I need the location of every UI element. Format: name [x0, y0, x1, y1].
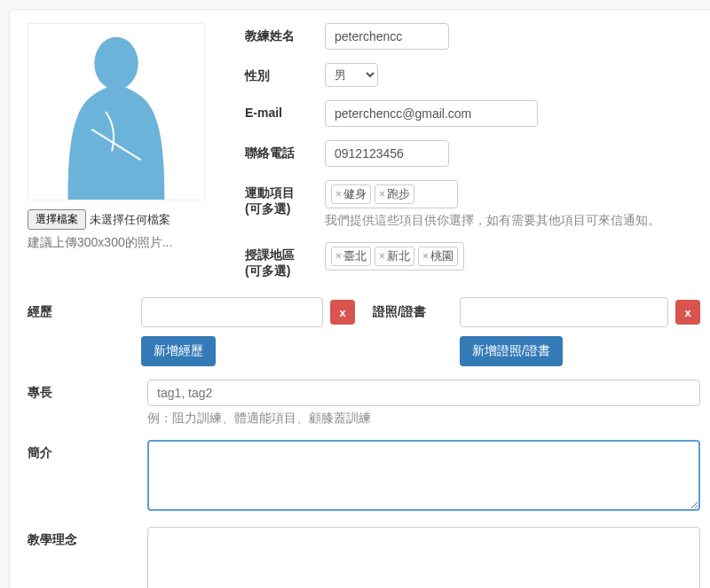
sport-tag: ×健身 — [331, 184, 371, 204]
gender-label: 性別 — [245, 63, 325, 84]
philosophy-row: 教學理念 — [28, 527, 700, 588]
experience-label: 經歷 — [28, 304, 134, 320]
area-tag: ×桃園 — [418, 247, 458, 266]
certs-label: 證照/證書 — [373, 304, 453, 320]
areas-label: 授課地區 (可多選) — [245, 242, 325, 279]
area-tag: ×臺北 — [331, 247, 371, 266]
experience-certs-section: 經歷 x 新增經歷 證照/證書 x 新增證照/證書 — [28, 297, 700, 366]
email-label: E-mail — [245, 100, 325, 120]
coach-profile-form: 選擇檔案 未選擇任何檔案 建議上傳300x300的照片... 教練姓名 性別 男 — [9, 9, 710, 588]
tag-remove-icon[interactable]: × — [379, 251, 385, 262]
specialty-hint: 例：阻力訓練、體適能項目、顧膝蓋訓練 — [147, 411, 700, 427]
sport-tag: ×跑步 — [375, 184, 414, 204]
file-status-text: 未選擇任何檔案 — [90, 212, 170, 228]
choose-file-button[interactable]: 選擇檔案 — [28, 209, 86, 230]
name-input[interactable] — [325, 23, 449, 50]
email-input[interactable] — [325, 100, 538, 127]
photo-column: 選擇檔案 未選擇任何檔案 建議上傳300x300的照片... — [28, 23, 218, 293]
experience-column: 經歷 x 新增經歷 — [28, 297, 355, 366]
phone-label: 聯絡電話 — [245, 140, 325, 161]
avatar-placeholder — [28, 23, 205, 200]
tag-remove-icon[interactable]: × — [335, 251, 342, 262]
bio-row: 簡介 — [28, 440, 700, 514]
tag-remove-icon[interactable]: × — [379, 189, 385, 200]
sports-hint: 我們提供這些項目供你選擇，如有需要其他項目可來信通知。 — [325, 213, 700, 229]
experience-remove-button[interactable]: x — [330, 300, 355, 325]
area-tag: ×新北 — [375, 247, 414, 266]
specialty-row: 專長 例：阻力訓練、體適能項目、顧膝蓋訓練 — [28, 380, 700, 427]
avatar-silhouette-icon — [28, 24, 204, 200]
sports-tags-input[interactable]: ×健身 ×跑步 — [325, 180, 458, 208]
phone-input[interactable] — [325, 140, 449, 167]
specialty-input[interactable] — [147, 380, 700, 406]
svg-point-1 — [94, 37, 138, 90]
name-label: 教練姓名 — [245, 23, 325, 44]
sports-label: 運動項目 (可多選) — [245, 180, 325, 217]
certs-remove-button[interactable]: x — [675, 300, 700, 325]
tag-remove-icon[interactable]: × — [422, 251, 429, 262]
add-certs-button[interactable]: 新增證照/證書 — [460, 336, 563, 366]
file-input-row: 選擇檔案 未選擇任何檔案 — [28, 209, 218, 230]
experience-input[interactable] — [141, 297, 323, 327]
specialty-label: 專長 — [28, 380, 134, 401]
areas-tags-input[interactable]: ×臺北 ×新北 ×桃園 — [325, 242, 464, 270]
philosophy-label: 教學理念 — [28, 527, 134, 548]
photo-hint: 建議上傳300x300的照片... — [28, 235, 218, 251]
certs-column: 證照/證書 x 新增證照/證書 — [373, 297, 700, 366]
certs-input[interactable] — [460, 297, 668, 327]
add-experience-button[interactable]: 新增經歷 — [141, 336, 216, 366]
fields-column: 教練姓名 性別 男 E-mail 聯絡電話 — [245, 23, 700, 293]
tag-remove-icon[interactable]: × — [335, 189, 342, 200]
bio-textarea[interactable] — [147, 440, 700, 511]
gender-select[interactable]: 男 — [325, 63, 378, 87]
bio-label: 簡介 — [28, 440, 134, 461]
philosophy-textarea[interactable] — [147, 527, 700, 588]
top-section: 選擇檔案 未選擇任何檔案 建議上傳300x300的照片... 教練姓名 性別 男 — [28, 23, 700, 293]
